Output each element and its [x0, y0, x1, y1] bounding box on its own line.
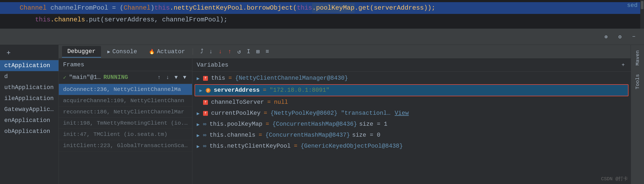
sidebar-item-1[interactable]: d: [0, 71, 59, 82]
variables-header: Variables +: [192, 59, 631, 72]
code-this-2: this: [35, 15, 51, 25]
sidebar-item-5[interactable]: enApplication: [0, 115, 59, 126]
var-item-server-address[interactable]: ▶ p serverAddress = "172.18.0.1:8091": [195, 84, 629, 96]
code-indent: [4, 3, 20, 13]
code-pool-key-map: .poolKeyMap: [312, 4, 354, 11]
expand-channeltoserver-icon: [197, 100, 201, 105]
var-item-this[interactable]: ▶ f this = {NettyClientChannelManager@84…: [192, 73, 631, 84]
console-icon: ▶: [107, 49, 110, 55]
thread-filter-btn[interactable]: ▼: [173, 74, 179, 81]
tabs-bar: Debugger ▶ Console 🔥 Actuator ⤴ ↓ ↓ ↑ ↺ …: [59, 45, 631, 59]
actuator-tab-label: Actuator: [157, 48, 185, 55]
code-assign: = (: [108, 3, 124, 13]
var-extra-poolkeymap: size = 1: [359, 121, 387, 128]
frame-method-3: init:198, TmNettyRemotingClient (io.sea: [63, 120, 192, 126]
frame-item-1[interactable]: acquireChannel:109, NettyClientChann: [59, 95, 192, 106]
thread-status: RUNNING: [103, 74, 128, 81]
code-line-2: this .channels .put(serverAddress, chann…: [0, 14, 644, 26]
tools-btn[interactable]: Tools: [633, 71, 643, 93]
sidebar-item-3[interactable]: ileApplication: [0, 93, 59, 104]
code-this-ref: this: [154, 3, 170, 13]
frame-item-0[interactable]: doConnect:236, NettyClientChannelMa: [59, 84, 192, 95]
sidebar-item-2[interactable]: uthApplication: [0, 82, 59, 93]
evaluate-btn[interactable]: ⊞: [254, 47, 262, 56]
var-link-currentpoolkey[interactable]: View: [395, 110, 409, 117]
add-icon-btn[interactable]: +: [3, 48, 14, 58]
maven-btn[interactable]: Maven: [633, 47, 643, 69]
thread-more-btn[interactable]: ▼: [181, 74, 188, 81]
expand-poolkeymap-icon: ▶: [197, 121, 201, 127]
frames-header-label: Frames: [63, 62, 84, 68]
left-sidebar: + ctApplication d uthApplication ileAppl…: [0, 45, 59, 184]
resume-to-cursor-btn[interactable]: ⤴: [198, 47, 205, 56]
thread-row[interactable]: ✓ "main"@1… RUNNING ↑ ↓ ▼ ▼: [59, 71, 192, 84]
var-name-nettyclientkeypool: this.nettyClientKeyPool: [210, 143, 291, 150]
thread-up-btn[interactable]: ↑: [156, 74, 162, 81]
sidebar-item-4[interactable]: GatewayApplication: [0, 104, 59, 115]
add-watch-btn[interactable]: +: [620, 62, 626, 69]
sidebar-item-0[interactable]: ctApplication: [0, 60, 59, 71]
frame-method-5: initClient:223, GlobalTransactionScann: [63, 143, 191, 149]
sidebar-item-6[interactable]: obApplication: [0, 126, 59, 137]
frame-item-5[interactable]: initClient:223, GlobalTransactionScann: [59, 140, 192, 151]
step-out-btn[interactable]: ↑: [226, 47, 234, 56]
var-name-this: this: [211, 75, 225, 82]
expand-serveraddress-icon: ▶: [199, 87, 204, 93]
var-value-poolkeymap: {ConcurrentHashMap@8436}: [272, 121, 357, 128]
var-value-currentpoolkey: {NettyPoolKey@8602} "transactionl…: [270, 110, 390, 117]
var-equals-3: =: [264, 110, 267, 117]
debug-controls: ⤴ ↓ ↓ ↑ ↺ I ⊞ ≡: [195, 47, 275, 56]
code-scrollbar[interactable]: [640, 0, 644, 29]
var-name-serveraddress: serverAddress: [214, 87, 260, 94]
variables-actions: +: [620, 62, 626, 69]
code-varname: channelFromPool: [51, 3, 108, 13]
code-type: Channel: [20, 3, 47, 13]
sed-label: sed: [625, 0, 640, 11]
expand-channels-icon: ▶: [197, 132, 201, 138]
field-icon-this: f: [203, 76, 208, 81]
field-icon-currentpoolkey: f: [203, 111, 208, 116]
expand-this-icon: ▶: [197, 75, 201, 81]
var-item-currentpoolkey[interactable]: ▶ f currentPoolKey = {NettyPoolKey@8602}…: [192, 108, 631, 119]
globe-button[interactable]: ⊕: [601, 32, 611, 42]
settings-button[interactable]: ⚙: [615, 32, 625, 42]
step-into-btn[interactable]: ↓: [216, 47, 224, 56]
code-get: .get(serverAddress));: [355, 3, 435, 13]
var-equals-2: =: [267, 99, 271, 106]
tab-actuator[interactable]: 🔥 Actuator: [143, 46, 191, 57]
var-item-channels[interactable]: ▶ ∞ this.channels = {ConcurrentHashMap@8…: [192, 130, 631, 141]
frame-method-1: acquireChannel:109, NettyClientChann: [63, 98, 184, 104]
code-line-1: Channel channelFromPool = ( Channel ) th…: [0, 2, 644, 14]
thread-down-btn[interactable]: ↓: [164, 74, 171, 81]
infinity-icon-channels: ∞: [203, 132, 206, 138]
var-equals-1: =: [263, 87, 266, 94]
var-value-serveraddress: "172.18.0.1:8091": [270, 87, 329, 94]
code-area: Channel channelFromPool = ( Channel ) th…: [0, 0, 644, 29]
settings-debug-btn[interactable]: ≡: [263, 47, 271, 56]
console-tab-label: Console: [112, 48, 137, 55]
var-item-poolkeymap[interactable]: ▶ ∞ this.poolKeyMap = {ConcurrentHashMap…: [192, 119, 631, 130]
code-this-ref2: this: [297, 3, 312, 13]
frame-item-3[interactable]: init:198, TmNettyRemotingClient (io.sea: [59, 118, 192, 129]
var-item-nettyclientkeypool[interactable]: ▶ ∞ this.nettyClientKeyPool = {GenericKe…: [192, 141, 631, 152]
var-item-channeltoserver[interactable]: f channelToServer = null: [192, 97, 631, 108]
cursor-btn[interactable]: I: [245, 47, 252, 56]
var-equals-0: =: [228, 75, 232, 82]
code-indent2: [4, 15, 35, 25]
frame-item-2[interactable]: reconnect:186, NettyClientChannelMar: [59, 106, 192, 118]
tab-console[interactable]: ▶ Console: [102, 46, 142, 57]
field-icon-channeltoserver: f: [203, 100, 208, 105]
variables-header-label: Variables: [197, 62, 228, 68]
minus-button[interactable]: −: [629, 32, 639, 42]
tab-separator: [193, 48, 193, 55]
debugger-body: Frames ✓ "main"@1… RUNNING ↑ ↓ ▼ ▼: [59, 59, 631, 184]
frame-item-4[interactable]: init:47, TMClient (io.seata.tm): [59, 129, 192, 140]
smart-step-btn[interactable]: ↺: [235, 47, 243, 56]
code-method3-selected: .poolKeyMap: [312, 3, 354, 13]
expand-currentpoolkey-icon: ▶: [197, 110, 201, 116]
step-over-btn[interactable]: ↓: [207, 47, 215, 56]
code-channels: .channels: [51, 15, 85, 25]
var-equals-6: =: [294, 143, 297, 150]
variables-panel: Variables + ▶ f this = {NettyClientChann…: [192, 59, 631, 184]
tab-debugger[interactable]: Debugger: [62, 46, 101, 57]
